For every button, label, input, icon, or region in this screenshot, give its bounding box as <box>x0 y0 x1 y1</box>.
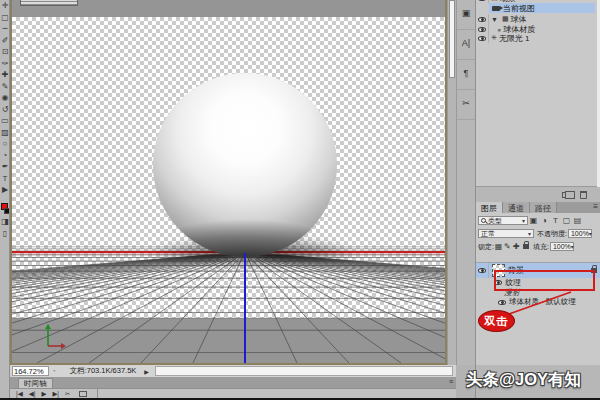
marquee-tool-icon[interactable]: ▢ <box>0 12 10 24</box>
lock-all-icon[interactable] <box>523 244 529 249</box>
3d-row-label: 无限光 1 <box>499 33 530 44</box>
tab-paths[interactable]: 路径 <box>530 202 557 213</box>
expander-triangle-icon[interactable]: ▼ <box>491 16 498 23</box>
timeline-controls: |◀◀|▶▶|✂ <box>10 388 456 398</box>
status-bar: 164.72% ◔ 文档:703.1K/637.5K ▶ <box>10 365 456 378</box>
layer-filter-dropdown[interactable]: 类型 ▾ <box>478 216 528 225</box>
filter-smart-objects-icon[interactable]: ▤ <box>572 216 583 225</box>
3d-row-current-view[interactable]: 当前视图 <box>489 3 595 13</box>
clone-source-panel-icon[interactable]: ▣ <box>457 0 475 30</box>
visibility-eye-icon[interactable] <box>476 0 489 3</box>
visibility-eye-icon[interactable] <box>476 14 489 24</box>
paragraph-panel-icon[interactable]: ¶ <box>457 60 475 90</box>
fill-field[interactable]: 100%▾ <box>550 242 574 251</box>
pen-tool-icon[interactable]: ✒ <box>0 161 10 173</box>
watermark: 头条@JOY有知 <box>466 369 581 391</box>
scissors-panel-icon[interactable]: ✂ <box>457 90 475 120</box>
vertical-scrollbar-thumb[interactable] <box>449 0 455 78</box>
panel-dock: ▤ 场景 当前视图 ▼ ▦ 球体 ● 球体材质 ✳ 无限光 1 <box>475 0 600 398</box>
tab-channels[interactable]: 通道 <box>503 202 530 213</box>
opacity-label: 不透明度: <box>537 229 567 239</box>
tab-timeline[interactable]: 时间轴 <box>18 378 53 388</box>
timeline-panel: 时间轴 ≡ |◀◀|▶▶|✂ <box>10 378 456 398</box>
gradient-tool-icon[interactable]: ▨ <box>0 127 10 139</box>
3d-panel: ▤ 场景 当前视图 ▼ ▦ 球体 ● 球体材质 ✳ 无限光 1 <box>476 0 597 187</box>
layer-row-sphere-material-texture[interactable]: 球体材质 - 默认纹理 <box>476 297 600 307</box>
character-panel-icon[interactable]: A| <box>457 30 475 60</box>
panel-menu-icon[interactable]: ≡ <box>590 202 600 213</box>
filter-pixel-layers-icon[interactable]: ▣ <box>528 216 539 225</box>
clone-stamp-tool-icon[interactable]: ◉ <box>0 92 10 104</box>
document-canvas[interactable] <box>10 0 447 365</box>
filter-type-label: 类型 <box>488 216 502 226</box>
quick-mask-button[interactable]: ◨ <box>0 216 10 228</box>
lock-label: 锁定: <box>478 242 494 252</box>
play-button[interactable]: ▶ <box>41 390 46 398</box>
dodge-tool-icon[interactable]: ◔ <box>0 150 10 162</box>
move-tool-icon[interactable]: ✛ <box>0 0 10 12</box>
history-brush-tool-icon[interactable]: ↺ <box>0 104 10 116</box>
status-flyout-arrow-icon[interactable]: ▶ <box>144 368 149 375</box>
photoshop-window: ✛▢∽✐⊡✑✚✎◉↺▭▨○◔✒T▶ ◨▯ ▣A|¶✂ ▤ 场景 <box>0 0 600 400</box>
lock-transparency-icon[interactable]: ▦ <box>494 242 503 251</box>
folder-icon: ▤ <box>491 0 498 2</box>
tool-icons-column: ✛▢∽✐⊡✑✚✎◉↺▭▨○◔✒T▶ <box>0 0 9 196</box>
axis-widget <box>38 324 66 352</box>
lock-paint-icon[interactable]: ✎ <box>503 242 512 251</box>
visibility-eye-icon[interactable] <box>476 33 489 43</box>
annotation-red-box <box>494 270 595 291</box>
3d-row-infinite-light[interactable]: ✳ 无限光 1 <box>476 33 597 43</box>
blend-mode-dropdown[interactable]: 正常 ▾ <box>478 229 534 238</box>
layer-filter-icons: ▣◑T▢▤ <box>528 216 583 225</box>
visibility-eye-icon[interactable] <box>476 263 489 278</box>
canvas-horizontal-scrollbar[interactable] <box>155 366 453 376</box>
next-frame-button[interactable]: ▶| <box>52 390 59 398</box>
eraser-tool-icon[interactable]: ▭ <box>0 115 10 127</box>
new-layer-icon[interactable] <box>562 192 570 198</box>
timeline-tabrow: 时间轴 ≡ <box>10 378 456 388</box>
first-frame-button[interactable]: |◀ <box>16 390 23 398</box>
status-info-icon: ◔ <box>52 368 56 374</box>
visibility-eye-icon[interactable] <box>498 300 506 305</box>
eyedropper-tool-icon[interactable]: ✑ <box>0 58 10 70</box>
material-icon: ● <box>497 26 501 33</box>
tab-layers[interactable]: 图层 <box>476 202 503 213</box>
type-tool-icon[interactable]: T <box>0 173 10 185</box>
opacity-field[interactable]: 100%▾ <box>568 229 592 238</box>
double-click-stamp: 双击 <box>478 310 515 332</box>
fill-label: 填充: <box>533 242 549 252</box>
scissors-icon[interactable]: ✂ <box>65 390 70 398</box>
lasso-tool-icon[interactable]: ∽ <box>0 23 10 35</box>
timeline-menu-icon[interactable]: ≡ <box>449 378 453 388</box>
mesh-icon: ▦ <box>502 15 509 23</box>
filter-adjustment-layers-icon[interactable]: ◑ <box>539 216 550 225</box>
layers-panel-tabs: 图层 通道 路径 ≡ <box>476 202 600 213</box>
toolbox: ✛▢∽✐⊡✑✚✎◉↺▭▨○◔✒T▶ ◨▯ <box>0 0 10 398</box>
healing-brush-tool-icon[interactable]: ✚ <box>0 69 10 81</box>
camera-icon <box>492 6 500 11</box>
frame-icon[interactable] <box>79 391 87 397</box>
zoom-level-field[interactable]: 164.72% <box>12 366 49 376</box>
quick-select-tool-icon[interactable]: ✐ <box>0 35 10 47</box>
screen-mode-button[interactable]: ▯ <box>0 228 10 240</box>
brush-tool-icon[interactable]: ✎ <box>0 81 10 93</box>
trash-icon[interactable] <box>580 191 587 199</box>
path-select-tool-icon[interactable]: ▶ <box>0 184 10 196</box>
canvas-vertical-scrollbar[interactable] <box>447 0 456 365</box>
z-axis-line <box>244 253 246 363</box>
filter-type-layers-icon[interactable]: T <box>550 216 561 225</box>
prev-frame-button[interactable]: ◀| <box>29 390 36 398</box>
blur-tool-icon[interactable]: ○ <box>0 138 10 150</box>
document-size-info: 文档:703.1K/637.5K <box>70 366 137 376</box>
texture-name: 球体材质 - 默认纹理 <box>509 297 576 307</box>
3d-panel-footer <box>476 188 600 202</box>
lock-move-icon[interactable]: ✚ <box>512 242 521 251</box>
blend-mode-value: 正常 <box>481 229 495 239</box>
sphere-3d-object[interactable] <box>153 73 337 257</box>
collapsed-panel-dock: ▣A|¶✂ <box>456 0 475 365</box>
crop-tool-icon[interactable]: ⊡ <box>0 46 10 58</box>
light-icon: ✳ <box>491 34 497 42</box>
3d-row-sphere[interactable]: ▼ ▦ 球体 <box>476 14 597 24</box>
filter-shape-layers-icon[interactable]: ▢ <box>561 216 572 225</box>
divider <box>97 389 98 399</box>
